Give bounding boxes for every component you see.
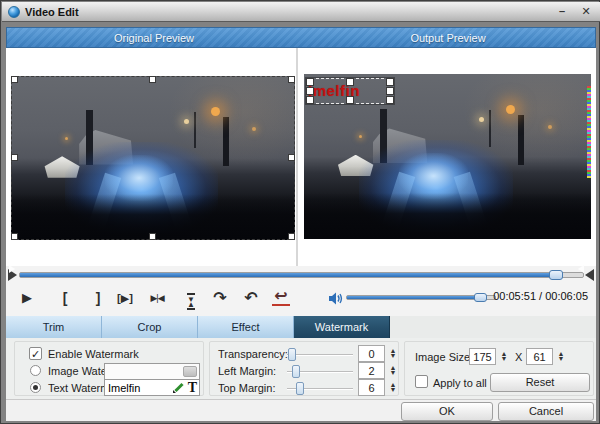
crop-handle-w[interactable] [11,154,18,161]
text-watermark-field[interactable]: T [104,379,200,396]
transparency-spinner[interactable]: ▲▼ [387,345,399,362]
transparency-slider[interactable] [287,354,353,356]
edit-text-pencil-icon[interactable] [172,381,185,394]
image-size-width-value[interactable]: 175 [469,348,496,365]
tab-trim[interactable]: Trim [6,316,102,338]
spin-down-icon[interactable]: ▼ [390,354,397,359]
spin-down-icon[interactable]: ▼ [501,357,508,362]
tab-crop[interactable]: Crop [102,316,198,338]
image-size-label: Image Size: [415,351,473,363]
tab-label: Crop [138,321,162,333]
snap-frame-button[interactable]: ▶|◀ [148,288,166,308]
spin-down-icon[interactable]: ▼ [558,357,565,362]
minimize-button[interactable]: – [554,4,570,19]
hourglass-bottom-icon: ▲ [187,303,195,308]
watermark-panel: ✓ Enable Watermark Image Watermark: Text… [6,338,596,399]
play-segment-button[interactable]: [▶] [116,288,134,308]
set-end-button[interactable]: ] [89,288,107,308]
watermark-size-group: Image Size: 175 ▲▼ X 61 ▲▼ Apply to all … [404,341,594,396]
tab-label: Watermark [315,321,368,333]
crop-handle-ne[interactable] [288,76,295,83]
volume-fill [347,296,483,299]
watermark-handle-s[interactable] [346,96,354,104]
top-margin-slider[interactable] [287,388,353,390]
crop-handle-e[interactable] [288,154,295,161]
text-watermark-radio[interactable] [30,382,41,393]
spin-down-icon[interactable]: ▼ [390,371,397,376]
output-preview-label: Output Preview [301,28,595,47]
volume-slider[interactable] [346,295,496,300]
cancel-button[interactable]: Cancel [498,402,594,421]
preview-divider [296,48,298,266]
reset-rotation-button[interactable]: ↩ [272,288,290,306]
browse-image-icon[interactable] [183,366,197,377]
set-start-button[interactable]: [ [56,288,74,308]
app-globe-icon [8,6,20,18]
watermark-handle-e[interactable] [386,87,394,95]
transparency-thumb[interactable] [288,348,296,361]
rotate-right-button[interactable]: ↷ [211,288,229,308]
transparency-value[interactable]: 0 [358,345,385,362]
watermark-handle-ne[interactable] [386,78,394,86]
transport-row: ▶ [ ] [▶] ▶|◀ ▼▲ ↷ ↶ ↩ 00:05:51 / 00:06:… [6,283,596,316]
trim-length-button[interactable]: ▼▲ [182,288,200,308]
left-margin-value[interactable]: 2 [358,362,385,379]
image-size-height-value[interactable]: 61 [526,348,553,365]
video-edge-noise [587,86,591,178]
apply-to-all-checkbox[interactable] [415,375,428,388]
tab-effect[interactable]: Effect [198,316,294,338]
enable-watermark-label: Enable Watermark [48,348,139,360]
watermark-handle-se[interactable] [386,96,394,104]
output-video-canvas: Imelfin [304,74,591,239]
tab-label: Trim [43,321,65,333]
top-margin-spinner[interactable]: ▲▼ [387,379,399,396]
original-video-canvas [11,76,295,240]
crop-handle-sw[interactable] [11,233,18,240]
image-watermark-input[interactable] [105,364,183,379]
preview-header-bar: Original Preview Output Preview [6,27,596,48]
image-size-height-spinner[interactable]: ▲▼ [555,348,567,365]
left-margin-spinner[interactable]: ▲▼ [387,362,399,379]
tab-label: Effect [232,321,260,333]
watermark-handle-nw[interactable] [306,78,314,86]
image-watermark-field[interactable] [104,363,200,380]
top-margin-thumb[interactable] [296,382,304,395]
top-margin-label: Top Margin: [218,382,275,394]
volume-icon[interactable] [329,292,343,307]
play-button[interactable]: ▶ [18,288,36,308]
image-watermark-radio[interactable] [30,365,41,376]
size-separator: X [515,351,522,363]
titlebar: Video Edit – ✕ [2,2,600,22]
left-margin-thumb[interactable] [292,365,300,378]
timeline-thumb[interactable] [549,270,563,280]
spin-down-icon[interactable]: ▼ [390,388,397,393]
top-margin-value[interactable]: 6 [358,379,385,396]
watermark-selection-box[interactable]: Imelfin [306,78,394,104]
watermark-handle-w[interactable] [306,87,314,95]
watermark-handle-n[interactable] [346,78,354,86]
timeline-track[interactable] [19,272,584,278]
watermark-handle-sw[interactable] [306,96,314,104]
crop-handle-s[interactable] [149,233,156,240]
transparency-label: Transparency: [218,348,288,360]
crop-selection-box[interactable] [11,76,295,240]
crop-handle-nw[interactable] [11,76,18,83]
tab-watermark[interactable]: Watermark [294,316,390,338]
rotate-left-button[interactable]: ↶ [242,288,260,308]
crop-handle-se[interactable] [288,233,295,240]
apply-to-all-label: Apply to all [433,377,487,389]
ok-button[interactable]: OK [401,402,493,421]
image-size-width-spinner[interactable]: ▲▼ [498,348,510,365]
volume-thumb[interactable] [474,293,487,302]
left-margin-slider[interactable] [287,371,353,373]
video-edit-dialog: Video Edit – ✕ Original Preview Output P… [0,0,600,424]
font-settings-button[interactable]: T [186,380,199,395]
enable-watermark-checkbox[interactable]: ✓ [29,347,42,360]
crop-handle-n[interactable] [149,76,156,83]
original-preview-label: Original Preview [7,28,301,47]
close-button[interactable]: ✕ [578,4,594,19]
watermark-source-group: ✓ Enable Watermark Image Watermark: Text… [14,341,204,396]
watermark-adjust-group: Transparency: 0 ▲▼ Left Margin: 2 ▲▼ Top… [209,341,399,396]
reset-button[interactable]: Reset [490,373,590,392]
text-watermark-input[interactable] [105,380,172,395]
